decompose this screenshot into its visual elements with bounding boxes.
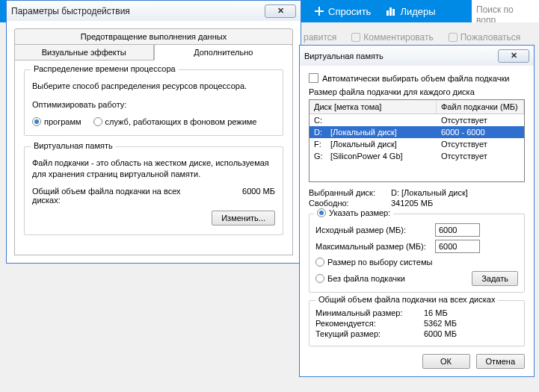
ask-label: Спросить (328, 6, 371, 17)
tab-visual-effects[interactable]: Визуальные эффекты (14, 44, 154, 60)
virtual-memory-group: Виртуальная память Файл подкачки - это о… (24, 146, 283, 235)
cpu-legend: Распределение времени процессора (31, 64, 179, 73)
leaders-link[interactable]: Лидеры (386, 6, 435, 17)
size-options-group: Указать размер: Исходный размер (МБ): Ма… (309, 214, 525, 293)
radio-programs[interactable]: программ (32, 117, 81, 126)
tab-dep[interactable]: Предотвращение выполнения данных (14, 28, 293, 45)
change-button[interactable]: Изменить... (212, 211, 275, 225)
close-button[interactable]: ✕ (265, 4, 296, 18)
radio-dot-icon (317, 208, 326, 217)
checkbox-icon (309, 73, 318, 83)
table-row[interactable]: G:[SiliconPower 4 Gb]Отсутствует (309, 150, 524, 162)
set-button[interactable]: Задать (472, 271, 518, 286)
dialog-titlebar[interactable]: Параметры быстродействия ✕ (7, 1, 301, 21)
table-row[interactable]: C:Отсутствует (309, 114, 524, 126)
cpu-desc: Выберите способ распределения ресурсов п… (32, 81, 275, 92)
close-button[interactable]: ✕ (498, 49, 529, 63)
radio-dot-icon (315, 258, 324, 267)
performance-options-dialog: Параметры быстродействия ✕ Предотвращени… (6, 0, 301, 264)
total-paging-group: Общий объем файла подкачки на всех диска… (309, 300, 525, 346)
selected-drive-value: D: [Локальный диск] (391, 188, 468, 197)
radio-no-paging[interactable]: Без файла подкачки (315, 274, 405, 283)
initial-size-input[interactable] (435, 223, 480, 237)
radio-dot-icon (93, 117, 102, 126)
leaders-label: Лидеры (400, 6, 435, 17)
svg-rect-1 (389, 7, 392, 16)
vm-desc: Файл подкачки - это область на жестком д… (32, 158, 275, 181)
dialog-title: Параметры быстродействия (11, 6, 130, 16)
total-legend: Общий объем файла подкачки на всех диска… (315, 295, 498, 304)
search-input[interactable]: Поиск по вопр (472, 0, 539, 22)
max-size-input[interactable] (435, 240, 480, 253)
free-space-label: Свободно: (309, 199, 391, 208)
report-action[interactable]: Пожаловаться (449, 32, 521, 43)
comment-icon (351, 33, 360, 42)
ask-link[interactable]: Спросить (314, 6, 371, 17)
radio-dot-icon (32, 117, 41, 126)
cancel-button[interactable]: Отмена (476, 354, 525, 369)
drive-list-header: Диск [метка тома] Файл подкачки (МБ) (309, 100, 524, 114)
flag-icon (449, 33, 458, 42)
size-each-label: Размер файла подкачки для каждого диска (309, 87, 525, 96)
comment-action[interactable]: Комментировать (351, 32, 433, 43)
svg-rect-2 (392, 9, 395, 16)
vm-legend: Виртуальная память (31, 141, 116, 150)
cpu-optimize-label: Оптимизировать работу: (32, 99, 275, 111)
auto-manage-checkbox[interactable]: Автоматически выбирать объем файла подка… (309, 73, 525, 83)
radio-system-managed[interactable]: Размер по выбору системы (315, 258, 518, 267)
dialog-title: Виртуальная память (304, 52, 384, 60)
table-row[interactable]: F:[Локальный диск]Отсутствует (309, 138, 524, 150)
selected-drive-label: Выбранный диск: (309, 188, 391, 197)
svg-rect-0 (386, 10, 389, 16)
radio-custom-size[interactable]: Указать размер: (314, 208, 393, 217)
radio-services[interactable]: служб, работающих в фоновом режиме (93, 117, 257, 126)
initial-size-label: Исходный размер (МБ): (315, 225, 435, 234)
virtual-memory-dialog: Виртуальная память ✕ Автоматически выбир… (299, 45, 535, 377)
drive-list[interactable]: Диск [метка тома] Файл подкачки (МБ) C:О… (309, 99, 525, 182)
table-row[interactable]: D:[Локальный диск]6000 - 6000 (309, 126, 524, 138)
tab-advanced[interactable]: Дополнительно (154, 44, 294, 60)
vm-total-value: 6000 МБ (242, 187, 275, 205)
dialog-titlebar[interactable]: Виртуальная память ✕ (300, 46, 534, 66)
vm-total-label: Общий объем файла подкачки на всех диска… (32, 187, 182, 205)
max-size-label: Максимальный размер (МБ): (315, 242, 435, 251)
action-bar: равится Комментировать Пожаловаться (292, 30, 539, 45)
free-space-value: 341205 МБ (391, 199, 433, 208)
ok-button[interactable]: ОК (422, 354, 470, 369)
cpu-scheduling-group: Распределение времени процессора Выберит… (24, 69, 283, 136)
radio-dot-icon (315, 274, 324, 283)
